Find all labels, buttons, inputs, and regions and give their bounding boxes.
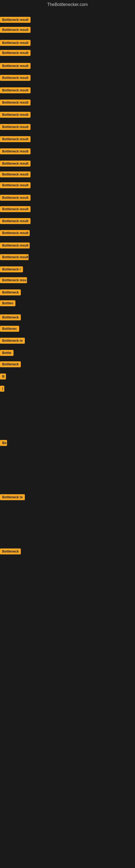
bottleneck-item: Bottleneck bbox=[0, 289, 21, 297]
bottleneck-item: Bottleneck result bbox=[0, 75, 31, 82]
site-title: TheBottlenecker.com bbox=[0, 0, 135, 9]
bottleneck-item: Bottleneck result bbox=[0, 195, 31, 202]
bottleneck-item: Bottleneck re bbox=[0, 494, 25, 501]
bottleneck-item: Bottlen bbox=[0, 300, 15, 307]
bottleneck-item: | bbox=[0, 386, 4, 393]
bottleneck-badge: Bottleneck result bbox=[0, 50, 31, 56]
bottleneck-badge: Bottlenec bbox=[0, 326, 19, 332]
bottleneck-badge: Bottleneck result bbox=[0, 243, 30, 248]
bottleneck-item: Bottleneck result bbox=[0, 63, 31, 70]
bottleneck-item: Bottleneck result bbox=[0, 230, 30, 237]
bottleneck-badge: Bottleneck bbox=[0, 289, 21, 296]
bottleneck-item: Bottleneck result bbox=[0, 17, 31, 24]
bottleneck-badge: Bottleneck result bbox=[0, 218, 31, 224]
bottleneck-badge: Bottleneck result bbox=[0, 87, 31, 93]
bottleneck-badge: | bbox=[0, 386, 4, 392]
bottleneck-item: Bottleneck r bbox=[0, 267, 23, 273]
bottleneck-item: Bottleneck result bbox=[0, 27, 31, 34]
bottleneck-badge: Bottleneck result bbox=[0, 40, 31, 46]
bottleneck-badge: Bottleneck bbox=[0, 549, 21, 554]
bottleneck-badge: Bottleneck result bbox=[0, 172, 31, 177]
bottleneck-item: Bottleneck result bbox=[0, 206, 31, 213]
bottleneck-item: B bbox=[0, 373, 6, 380]
bottleneck-badge: Bottleneck resu bbox=[0, 277, 27, 283]
bottleneck-item: Bottleneck result bbox=[0, 40, 31, 47]
bottleneck-badge: Bottleneck result bbox=[0, 230, 30, 236]
bottleneck-badge: Bo bbox=[0, 440, 7, 446]
bottleneck-badge: Bottle bbox=[0, 350, 13, 356]
bottleneck-badge: Bottleneck result bbox=[0, 161, 31, 166]
bottleneck-item: Bottleneck re bbox=[0, 338, 25, 345]
bottleneck-item: Bottleneck resu bbox=[0, 277, 27, 284]
bottleneck-badge: Bottleneck result bbox=[0, 206, 31, 212]
bottleneck-item: Bottleneck result bbox=[0, 87, 31, 94]
bottleneck-badge: B bbox=[0, 373, 6, 379]
bottleneck-badge: Bottleneck bbox=[0, 314, 21, 320]
bottleneck-item: Bottleneck result bbox=[0, 99, 31, 106]
bottleneck-badge: Bottleneck re bbox=[0, 494, 25, 500]
bottleneck-badge: Bottleneck result bbox=[0, 27, 31, 33]
bottleneck-badge: Bottleneck result bbox=[0, 182, 31, 188]
bottleneck-item: Bottleneck result bbox=[0, 254, 29, 261]
bottleneck-badge: Bottleneck result bbox=[0, 195, 31, 201]
bottleneck-item: Bottleneck result bbox=[0, 148, 31, 155]
bottleneck-badge: Bottleneck result bbox=[0, 75, 31, 81]
bottleneck-badge: Bottleneck result bbox=[0, 136, 31, 142]
bottleneck-item: Bottleneck bbox=[0, 314, 21, 321]
bottleneck-item: Bo bbox=[0, 440, 7, 447]
bottleneck-badge: Bottleneck bbox=[0, 361, 21, 367]
bottleneck-item: Bottlenec bbox=[0, 326, 19, 333]
bottleneck-badge: Bottleneck result bbox=[0, 254, 29, 260]
bottleneck-badge: Bottleneck result bbox=[0, 112, 31, 118]
bottleneck-badge: Bottleneck result bbox=[0, 17, 31, 23]
bottleneck-badge: Bottlen bbox=[0, 300, 15, 306]
bottleneck-badge: Bottleneck result bbox=[0, 63, 31, 69]
bottleneck-item: Bottleneck result bbox=[0, 172, 31, 179]
bottleneck-badge: Bottleneck result bbox=[0, 99, 31, 105]
bottleneck-item: Bottleneck result bbox=[0, 182, 31, 189]
bottleneck-item: Bottleneck result bbox=[0, 243, 30, 250]
bottleneck-item: Bottleneck result bbox=[0, 161, 31, 167]
bottleneck-item: Bottle bbox=[0, 350, 13, 357]
bottleneck-badge: Bottleneck re bbox=[0, 338, 25, 344]
bottleneck-item: Bottleneck result bbox=[0, 218, 31, 225]
bottleneck-item: Bottleneck bbox=[0, 549, 21, 556]
bottleneck-item: Bottleneck result bbox=[0, 136, 31, 143]
bottleneck-item: Bottleneck result bbox=[0, 50, 31, 57]
bottleneck-item: Bottleneck result bbox=[0, 112, 31, 119]
bottleneck-badge: Bottleneck result bbox=[0, 148, 31, 154]
bottleneck-item: Bottleneck result bbox=[0, 124, 31, 131]
bottleneck-badge: Bottleneck r bbox=[0, 267, 23, 272]
bottleneck-item: Bottleneck bbox=[0, 361, 21, 368]
bottleneck-badge: Bottleneck result bbox=[0, 124, 31, 130]
